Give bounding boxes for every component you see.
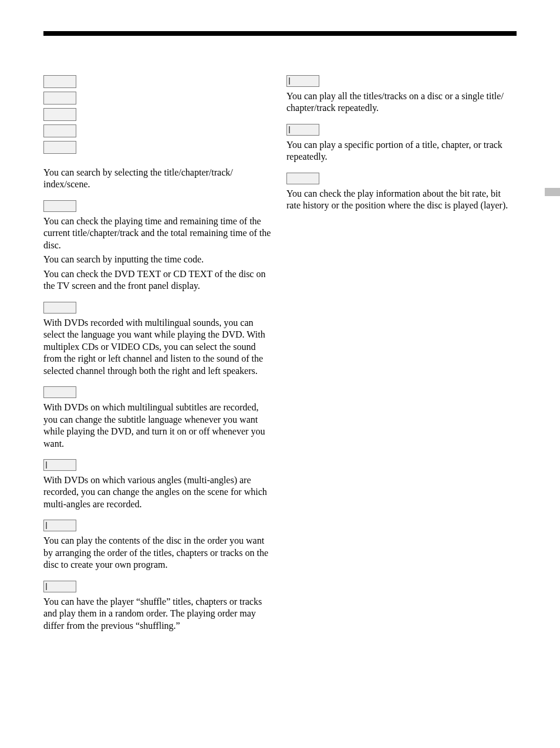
legend-icon bbox=[43, 108, 76, 121]
column-left: You can search by selecting the title/ch… bbox=[43, 75, 272, 641]
header-rule bbox=[43, 31, 517, 36]
section-program: You can play the contents of the disc in… bbox=[43, 520, 272, 571]
content-columns: You can search by selecting the title/ch… bbox=[43, 75, 517, 641]
section-icon bbox=[286, 75, 319, 87]
section-icon bbox=[43, 581, 76, 592]
body-text: You can check the DVD TEXT or CD TEXT of… bbox=[43, 268, 272, 292]
body-text: You can play the contents of the disc in… bbox=[43, 535, 272, 571]
body-text: You can check the play information about… bbox=[286, 188, 515, 212]
body-text: You can play a specific portion of a tit… bbox=[286, 139, 515, 163]
legend-icon bbox=[43, 92, 76, 105]
section-icon bbox=[286, 173, 319, 184]
body-text: You can play all the titles/tracks on a … bbox=[286, 90, 515, 114]
body-text: With DVDs recorded with multilingual sou… bbox=[43, 317, 272, 377]
section-search: You can search by selecting the title/ch… bbox=[43, 167, 272, 191]
section-ab-repeat: You can play a specific portion of a tit… bbox=[286, 124, 515, 163]
section-angle: With DVDs on which various angles (multi… bbox=[43, 459, 272, 510]
body-text: With DVDs on which various angles (multi… bbox=[43, 474, 272, 510]
section-icon bbox=[43, 386, 76, 398]
section-icon bbox=[43, 302, 76, 314]
body-text: You can search by selecting the title/ch… bbox=[43, 167, 272, 191]
body-text: You can search by inputting the time cod… bbox=[43, 254, 272, 265]
body-text: With DVDs on which multilingual subtitle… bbox=[43, 402, 272, 450]
body-text: You can have the player “shuffle” titles… bbox=[43, 596, 272, 632]
section-icon bbox=[43, 459, 76, 471]
section-repeat: You can play all the titles/tracks on a … bbox=[286, 75, 515, 114]
section-icon bbox=[43, 520, 76, 531]
section-icon bbox=[43, 200, 76, 212]
section-audio: With DVDs recorded with multilingual sou… bbox=[43, 302, 272, 377]
page-side-tab bbox=[545, 188, 560, 196]
legend-icon bbox=[43, 75, 76, 88]
legend-icon bbox=[43, 124, 76, 137]
manual-page: You can search by selecting the title/ch… bbox=[0, 0, 560, 748]
section-shuffle: You can have the player “shuffle” titles… bbox=[43, 581, 272, 632]
section-subtitle: With DVDs on which multilingual subtitle… bbox=[43, 386, 272, 450]
legend-icon bbox=[43, 141, 76, 154]
section-info: You can check the play information about… bbox=[286, 173, 515, 212]
section-icon bbox=[286, 124, 319, 136]
icon-legend-stack bbox=[43, 75, 272, 154]
body-text: You can check the playing time and remai… bbox=[43, 215, 272, 251]
column-right: You can play all the titles/tracks on a … bbox=[286, 75, 515, 641]
section-time: You can check the playing time and remai… bbox=[43, 200, 272, 292]
